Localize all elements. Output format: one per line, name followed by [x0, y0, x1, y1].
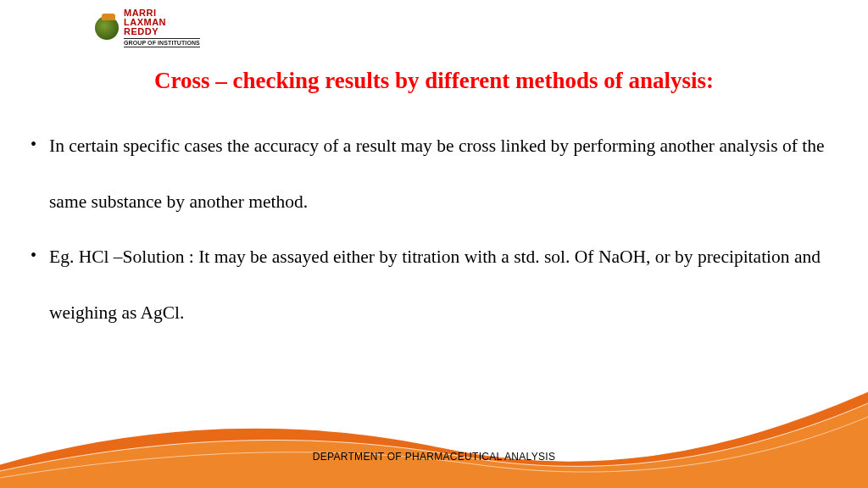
bullet-text: In certain specific cases the accuracy o… [49, 136, 825, 212]
logo-sub: GROUP OF INSTITUTIONS [124, 38, 200, 47]
slide: MARRI LAXMAN REDDY GROUP OF INSTITUTIONS… [0, 0, 868, 488]
bullet-list: In certain specific cases the accuracy o… [25, 119, 834, 341]
list-item: In certain specific cases the accuracy o… [25, 119, 834, 230]
footer-wave [0, 386, 868, 488]
list-item: Eg. HCl –Solution : It may be assayed ei… [25, 230, 834, 341]
institution-logo: MARRI LAXMAN REDDY GROUP OF INSTITUTIONS [95, 8, 200, 47]
bullet-text: Eg. HCl –Solution : It may be assayed ei… [49, 247, 821, 323]
logo-text: MARRI LAXMAN REDDY GROUP OF INSTITUTIONS [124, 8, 200, 47]
logo-line3: REDDY [124, 27, 200, 36]
logo-icon [95, 16, 119, 40]
footer-text: DEPARTMENT OF PHARMACEUTICAL ANALYSIS [0, 451, 868, 463]
slide-body: In certain specific cases the accuracy o… [25, 119, 834, 341]
slide-title: Cross – checking results by different me… [0, 68, 868, 94]
